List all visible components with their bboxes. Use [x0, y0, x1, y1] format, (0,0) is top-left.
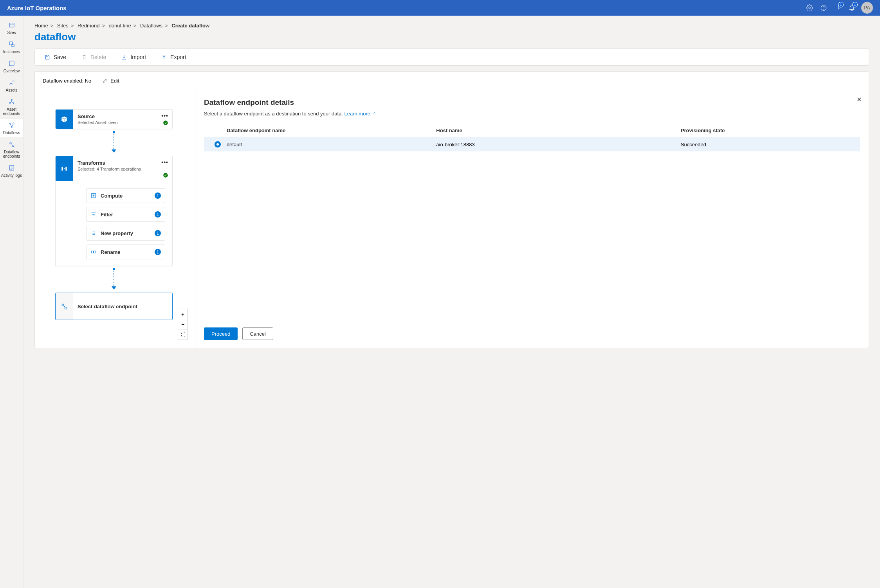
- help-icon[interactable]: [817, 1, 831, 15]
- nav-asset-endpoints[interactable]: Asset endpoints: [0, 95, 23, 118]
- export-button[interactable]: Export: [161, 54, 186, 60]
- op-compute[interactable]: Compute1: [86, 188, 165, 203]
- nav-overview[interactable]: Overview: [0, 56, 23, 76]
- zoom-in-button[interactable]: +: [178, 309, 188, 319]
- overview-icon: [8, 59, 16, 67]
- crumb-home[interactable]: Home: [34, 23, 48, 29]
- endpoint-title: Select dataflow endpoint: [73, 304, 137, 309]
- count-badge: 1: [155, 192, 161, 199]
- cell-state: Succeeded: [681, 142, 855, 147]
- nav-activity-logs[interactable]: Activity logs: [0, 161, 23, 180]
- col-name: Dataflow endpoint name: [227, 128, 436, 133]
- learn-more-link[interactable]: Learn more: [344, 111, 375, 117]
- dataflow-canvas[interactable]: Source Selected Asset: oven ••• Transfo: [35, 90, 195, 348]
- op-filter[interactable]: Filter1: [86, 207, 165, 222]
- status-strip: Dataflow enabled: No Edit: [35, 72, 869, 90]
- import-button[interactable]: Import: [121, 54, 146, 60]
- endpoint-table: Dataflow endpoint name Host name Provisi…: [204, 124, 860, 151]
- transforms-node[interactable]: Transforms Selected: 4 Transform operati…: [55, 156, 173, 266]
- activity-logs-icon: [8, 164, 16, 172]
- crumb-sites[interactable]: Sites: [57, 23, 69, 29]
- endpoint-icon: [56, 293, 73, 320]
- svg-point-2: [824, 9, 824, 9]
- main-content: Home> Sites> Redmond> donut-line> Datafl…: [23, 16, 880, 588]
- transforms-title: Transforms: [78, 160, 168, 166]
- table-row[interactable]: default aio-broker:18883 Succeeded: [204, 137, 860, 151]
- dataflows-icon: [8, 121, 16, 129]
- cancel-button[interactable]: Cancel: [242, 327, 273, 340]
- nav-dataflow-endpoints[interactable]: Dataflow endpoints: [0, 137, 23, 161]
- top-bar: Azure IoT Operations 1 1 PA: [0, 0, 880, 16]
- source-subtitle: Selected Asset: oven: [78, 120, 168, 125]
- editor-card: Dataflow enabled: No Edit Source Selecte…: [34, 71, 869, 348]
- enabled-label: Dataflow enabled: No: [43, 78, 91, 84]
- crumb-instance[interactable]: donut-line: [109, 23, 131, 29]
- instances-icon: [8, 40, 16, 48]
- panel-title: Dataflow endpoint details: [204, 98, 860, 107]
- notifications-icon[interactable]: 1: [845, 1, 859, 15]
- avatar[interactable]: PA: [861, 2, 873, 14]
- zoom-fit-button[interactable]: ⛶: [178, 329, 188, 340]
- nav-instances[interactable]: Instances: [0, 37, 23, 56]
- command-toolbar: Save Delete Import Export: [34, 49, 869, 66]
- svg-point-11: [13, 123, 14, 124]
- svg-point-28: [62, 304, 64, 306]
- svg-point-7: [11, 99, 12, 101]
- count-badge: 1: [155, 211, 161, 218]
- feedback-icon[interactable]: 1: [831, 1, 845, 15]
- count-badge: 1: [155, 230, 161, 236]
- zoom-controls: + − ⛶: [178, 309, 188, 340]
- radio-selected[interactable]: [215, 141, 221, 147]
- svg-rect-4: [12, 44, 14, 47]
- delete-button: Delete: [81, 54, 106, 60]
- count-badge: 1: [155, 249, 161, 255]
- source-menu-icon[interactable]: •••: [161, 113, 168, 119]
- svg-point-17: [113, 131, 115, 133]
- edit-button[interactable]: Edit: [103, 78, 119, 84]
- assets-icon: [8, 79, 16, 86]
- svg-rect-5: [9, 61, 14, 66]
- asset-endpoints-icon: [8, 98, 16, 106]
- svg-point-6: [13, 81, 14, 82]
- crumb-current: Create dataflow: [171, 23, 209, 29]
- col-state: Provisioning state: [681, 128, 855, 133]
- compute-icon: [90, 192, 97, 199]
- zoom-out-button[interactable]: −: [178, 319, 188, 329]
- sites-icon: [8, 21, 16, 29]
- check-icon: [163, 120, 168, 126]
- svg-rect-24: [92, 251, 94, 253]
- settings-icon[interactable]: [802, 1, 817, 15]
- breadcrumb: Home> Sites> Redmond> donut-line> Datafl…: [34, 23, 869, 29]
- svg-point-12: [11, 126, 12, 128]
- close-icon[interactable]: ✕: [857, 96, 862, 103]
- op-new-property[interactable]: New property1: [86, 226, 165, 241]
- svg-point-0: [809, 7, 811, 9]
- svg-point-26: [113, 268, 115, 270]
- dataflow-endpoints-icon: [8, 140, 16, 148]
- svg-point-21: [64, 168, 65, 169]
- cube-icon: [56, 110, 73, 129]
- nav-assets[interactable]: Assets: [0, 76, 23, 95]
- nav-dataflows[interactable]: Dataflows: [0, 118, 23, 137]
- svg-point-16: [163, 120, 168, 125]
- panel-description: Select a dataflow endpoint as a destinat…: [204, 111, 860, 117]
- transform-icon: [56, 156, 73, 181]
- feedback-badge: 1: [838, 2, 844, 7]
- crumb-dataflows[interactable]: Dataflows: [140, 23, 162, 29]
- cell-host: aio-broker:18883: [436, 142, 681, 147]
- list-icon: [90, 230, 97, 236]
- transforms-menu-icon[interactable]: •••: [161, 159, 168, 165]
- crumb-site[interactable]: Redmond: [78, 23, 99, 29]
- svg-point-22: [163, 173, 168, 178]
- notifications-badge: 1: [852, 2, 858, 7]
- check-icon: [163, 173, 168, 178]
- proceed-button[interactable]: Proceed: [204, 327, 238, 340]
- save-button[interactable]: Save: [44, 54, 66, 60]
- endpoint-node[interactable]: Select dataflow endpoint: [55, 293, 173, 320]
- transforms-subtitle: Selected: 4 Transform operations: [78, 167, 168, 171]
- source-node[interactable]: Source Selected Asset: oven •••: [55, 109, 173, 129]
- nav-sites[interactable]: Sites: [0, 18, 23, 37]
- product-title: Azure IoT Operations: [7, 5, 67, 11]
- op-rename[interactable]: Rename1: [86, 245, 165, 259]
- svg-rect-20: [65, 167, 67, 171]
